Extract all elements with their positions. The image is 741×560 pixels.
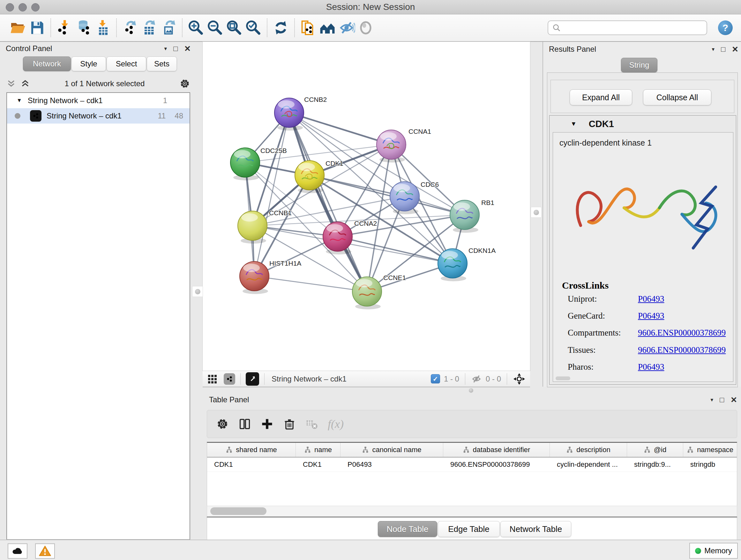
column-header-namespace[interactable]: namespace (683, 443, 737, 457)
eye-gray-icon (357, 19, 374, 37)
search-input[interactable] (561, 23, 703, 33)
table-row[interactable]: CDK1 CDK1 P06493 9606.ENSP00000378699 cy… (207, 457, 737, 472)
network-edge[interactable] (289, 113, 391, 145)
section-disclosure-icon[interactable]: ▼ (570, 120, 577, 127)
panel-float-icon[interactable]: □ (720, 395, 724, 404)
node-gloss-highlight (380, 132, 397, 140)
collapse-all-icon[interactable] (6, 79, 16, 88)
expand-all-button[interactable]: Expand All (569, 89, 632, 105)
scrollbar-thumb[interactable] (210, 507, 266, 515)
results-scrollbar-thumb[interactable] (556, 376, 570, 380)
compartments-link[interactable]: 9606.ENSP00000378699 (638, 328, 726, 341)
network-edge[interactable] (338, 237, 453, 263)
panel-menu-icon[interactable]: ▾ (712, 46, 715, 53)
column-header-id[interactable]: @id (627, 443, 683, 457)
main-toolbar: ? (0, 14, 741, 42)
panel-float-icon[interactable]: □ (173, 44, 178, 53)
network-edge[interactable] (254, 113, 289, 276)
network-collection-row[interactable]: ▼ String Network – cdk1 1 (7, 93, 190, 108)
string-badge-gray-icon[interactable] (224, 373, 235, 385)
add-column-icon[interactable] (261, 418, 273, 430)
collapse-all-button[interactable]: Collapse All (643, 89, 711, 105)
export-image-button[interactable] (159, 18, 178, 38)
birdseye-view-button[interactable] (246, 372, 259, 386)
import-network-file-button[interactable] (55, 18, 74, 38)
help-button[interactable]: ? (718, 20, 733, 35)
network-edge[interactable] (310, 175, 465, 215)
warnings-button[interactable] (35, 543, 55, 559)
warning-icon (39, 545, 51, 557)
import-table-button[interactable] (93, 18, 112, 38)
splitter-grip-right[interactable] (531, 207, 542, 218)
selected-checkbox-icon[interactable]: ✓ (431, 374, 440, 383)
memory-button[interactable]: Memory (689, 543, 738, 559)
column-header-description[interactable]: description (550, 443, 627, 457)
tab-string[interactable]: String (621, 58, 657, 72)
panel-close-icon[interactable]: ✕ (731, 395, 737, 405)
export-table-button[interactable] (140, 18, 159, 38)
zoom-fit-icon (226, 19, 243, 37)
column-header-shared-name[interactable]: shared name (207, 443, 296, 457)
disclosure-triangle-icon[interactable]: ▼ (17, 98, 22, 104)
column-header-database-identifier[interactable]: database identifier (443, 443, 550, 457)
table-horizontal-scrollbar[interactable] (207, 506, 737, 516)
houses-icon (319, 19, 336, 37)
save-session-button[interactable] (27, 18, 47, 38)
zoom-out-button[interactable] (205, 18, 225, 38)
uniprot-link[interactable]: P06493 (638, 294, 664, 307)
tab-network[interactable]: Network (23, 57, 71, 71)
network-edge[interactable] (254, 276, 367, 292)
zoom-fit-button[interactable] (225, 18, 244, 38)
panel-menu-icon[interactable]: ▾ (711, 396, 714, 403)
refresh-button[interactable] (271, 18, 290, 38)
tab-network-table[interactable]: Network Table (500, 521, 571, 537)
panel-close-icon[interactable]: ✕ (732, 45, 738, 54)
network-selection-status: 1 of 1 Network selected (30, 79, 179, 88)
delete-column-trash-icon[interactable] (283, 418, 296, 430)
tab-select[interactable]: Select (107, 57, 146, 71)
duplicate-network-button[interactable] (299, 18, 318, 38)
tab-edge-table[interactable]: Edge Table (438, 521, 500, 537)
pharos-link[interactable]: P06493 (638, 362, 664, 375)
zoom-out-icon (206, 19, 224, 37)
crosslink-row: Uniprot: P06493 (568, 294, 727, 307)
network-canvas[interactable]: CCNB2CCNA1CDC25BCDK1CDC6RB1CCNB1CCNA2CDK… (203, 42, 530, 371)
toolbar-separator (182, 18, 183, 37)
tab-sets[interactable]: Sets (147, 57, 177, 71)
table-settings-gear-icon[interactable] (216, 418, 229, 430)
import-network-database-button[interactable] (74, 18, 93, 38)
center-view-crosshair-icon[interactable] (513, 373, 526, 385)
export-network-button[interactable] (121, 18, 140, 38)
question-icon: ? (723, 22, 728, 33)
zoom-in-button[interactable] (186, 18, 205, 38)
show-columns-icon[interactable] (239, 418, 251, 430)
column-header-canonical-name[interactable]: canonical name (340, 443, 443, 457)
tab-style[interactable]: Style (71, 57, 106, 71)
tab-node-table[interactable]: Node Table (378, 521, 437, 537)
expand-all-icon[interactable] (20, 79, 30, 88)
gear-icon[interactable] (179, 78, 190, 89)
table-toolbar: f(x) (207, 410, 737, 438)
open-folder-icon (9, 19, 26, 37)
hidden-eye-slash-icon (471, 374, 482, 384)
duplicate-network-icon (300, 19, 317, 37)
hide-selected-button[interactable] (337, 18, 356, 38)
table-panel-title: Table Panel (209, 395, 249, 404)
panel-menu-icon[interactable]: ▾ (164, 45, 167, 52)
open-session-button[interactable] (8, 18, 27, 38)
column-header-name[interactable]: name (296, 443, 340, 457)
network-graph[interactable]: CCNB2CCNA1CDC25BCDK1CDC6RB1CCNB1CCNA2CDK… (203, 42, 530, 371)
cloud-services-button[interactable] (8, 543, 27, 559)
network-row-selected[interactable]: String Network – cdk1 11 48 (7, 108, 190, 124)
splitter-grip-left[interactable] (192, 286, 203, 297)
memory-label: Memory (704, 546, 732, 555)
zoom-selected-button[interactable] (244, 18, 263, 38)
panel-float-icon[interactable]: □ (721, 45, 725, 54)
show-hidden-button-disabled[interactable] (356, 18, 375, 38)
protein-structure-image (558, 151, 729, 268)
grid-view-icon[interactable] (207, 373, 219, 385)
tissues-link[interactable]: 9606.ENSP00000378699 (638, 345, 726, 358)
genecard-link[interactable]: P06493 (638, 311, 664, 324)
panel-close-icon[interactable]: ✕ (184, 44, 191, 53)
first-neighbors-button[interactable] (318, 18, 337, 38)
